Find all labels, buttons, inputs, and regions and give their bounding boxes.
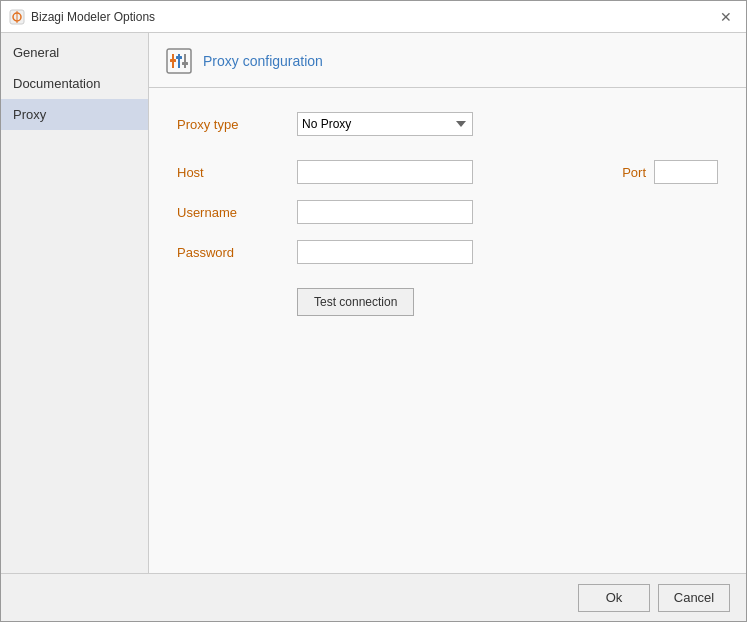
sidebar: General Documentation Proxy	[1, 33, 149, 573]
host-port-row: Host Port	[177, 160, 718, 184]
host-label: Host	[177, 165, 297, 180]
app-icon	[9, 9, 25, 25]
svg-rect-7	[170, 59, 176, 62]
username-label: Username	[177, 205, 297, 220]
panel-header: Proxy configuration	[149, 33, 746, 88]
password-label: Password	[177, 245, 297, 260]
proxy-type-select[interactable]: No Proxy HTTP Proxy SOCKS4 SOCKS5	[297, 112, 473, 136]
panel-title: Proxy configuration	[203, 53, 323, 69]
password-row: Password	[177, 240, 718, 264]
port-section: Port	[622, 160, 718, 184]
svg-rect-8	[176, 56, 182, 59]
svg-rect-9	[182, 62, 188, 65]
username-input[interactable]	[297, 200, 473, 224]
test-connection-button[interactable]: Test connection	[297, 288, 414, 316]
ok-button[interactable]: Ok	[578, 584, 650, 612]
proxy-type-label: Proxy type	[177, 117, 297, 132]
sidebar-item-documentation[interactable]: Documentation	[1, 68, 148, 99]
main-panel: Proxy configuration Proxy type No Proxy …	[149, 33, 746, 573]
close-button[interactable]: ✕	[714, 5, 738, 29]
cancel-button[interactable]: Cancel	[658, 584, 730, 612]
sidebar-item-general[interactable]: General	[1, 37, 148, 68]
proxy-type-row: Proxy type No Proxy HTTP Proxy SOCKS4 SO…	[177, 112, 718, 136]
title-bar: Bizagi Modeler Options ✕	[1, 1, 746, 33]
window-title: Bizagi Modeler Options	[31, 10, 714, 24]
port-input[interactable]	[654, 160, 718, 184]
content-area: General Documentation Proxy	[1, 33, 746, 573]
host-section: Host	[177, 160, 602, 184]
footer: Ok Cancel	[1, 573, 746, 621]
main-window: Bizagi Modeler Options ✕ General Documen…	[0, 0, 747, 622]
username-row: Username	[177, 200, 718, 224]
panel-body: Proxy type No Proxy HTTP Proxy SOCKS4 SO…	[149, 88, 746, 573]
host-input[interactable]	[297, 160, 473, 184]
sidebar-item-proxy[interactable]: Proxy	[1, 99, 148, 130]
password-input[interactable]	[297, 240, 473, 264]
proxy-config-icon	[165, 47, 193, 75]
port-label: Port	[622, 165, 646, 180]
test-connection-section: Test connection	[297, 280, 718, 316]
